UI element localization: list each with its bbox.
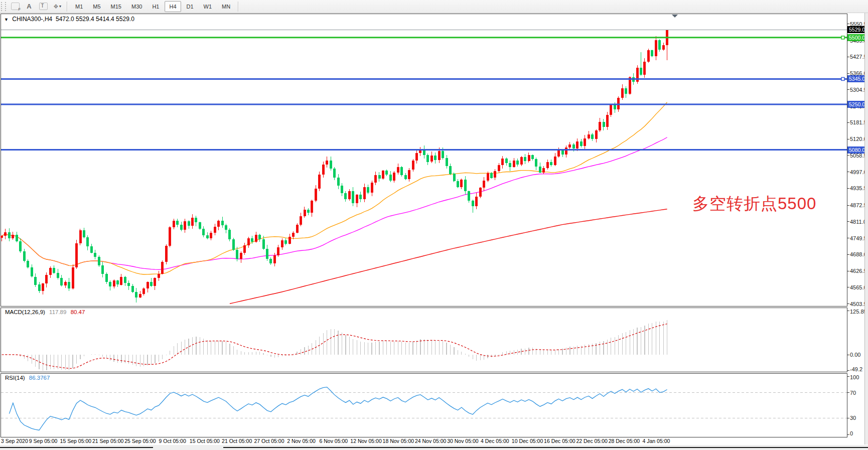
chart-canvas[interactable]: [0, 0, 868, 450]
date-axis-label: 24 Nov 05:00: [415, 438, 446, 444]
date-axis-label: 10 Dec 05:00: [512, 438, 543, 444]
date-axis-label: 15 Oct 05:00: [190, 438, 220, 444]
date-axis-label: 21 Oct 05:00: [222, 438, 252, 444]
rsi-tick-label: 30: [850, 415, 856, 421]
macd-tick-label: 0.00: [850, 352, 860, 358]
rsi-tick-label: 0: [850, 430, 853, 436]
macd-header: MACD(12,26,9) 117.89 80.47: [5, 309, 85, 315]
date-axis-label: 6 Nov 05:00: [320, 438, 348, 444]
bottom-scroll-strip[interactable]: [0, 445, 868, 450]
ohlc-close: 5529.0: [116, 16, 134, 23]
date-axis-label: 18 Nov 05:00: [383, 438, 414, 444]
ohlc-open: 5472.0: [56, 16, 74, 23]
date-axis-label: 2 Nov 05:00: [287, 438, 316, 444]
annotation-text[interactable]: 多空转折点5500: [692, 193, 816, 215]
date-axis-label: 12 Nov 05:00: [350, 438, 381, 444]
rsi-tick-label: 100: [850, 374, 859, 380]
date-axis-label: 3 Sep 2020: [1, 438, 28, 444]
mt4-window: F A T ❖ ▾ M1M5M15M30H1H4D1W1MN 5550.5548…: [0, 0, 868, 450]
ohlc-collapse-arrow[interactable]: ▼: [4, 17, 9, 22]
date-axis-label: 25 Sep 05:00: [124, 438, 156, 444]
date-axis-label: 9 Oct 05:00: [159, 438, 186, 444]
hline-price-badge: 5080.0: [847, 146, 864, 154]
macd-signal-value: 80.47: [71, 309, 85, 315]
symbol-timeframe: CHINA300-,H4: [12, 16, 52, 23]
ohlc-high: 5529.4: [76, 16, 94, 23]
rsi-tick-label: 70: [850, 390, 856, 396]
hline-price-badge: 5250.0: [847, 101, 864, 108]
date-axis-label: 15 Sep 05:00: [60, 438, 91, 444]
date-axis-label: 4 Jan 05:00: [643, 438, 670, 444]
price-tick-label: 4811.0: [850, 219, 866, 225]
rsi-header: RSI(14) 86.3767: [5, 375, 50, 381]
chart-title: ▼ CHINA300-,H4 5472.0 5529.4 5414.4 5529…: [4, 16, 134, 23]
current-price-badge: 5529.0: [847, 26, 864, 33]
hline-price-badge: 5345.0: [847, 75, 864, 82]
rsi-label: RSI(14): [5, 375, 25, 381]
date-axis-label: 28 Dec 05:00: [609, 438, 640, 444]
date-axis-label: 22 Dec 05:00: [576, 438, 607, 444]
macd-value: 117.89: [49, 309, 66, 315]
date-axis-label: 4 Dec 05:00: [481, 438, 509, 444]
macd-label: MACD(12,26,9): [5, 309, 45, 315]
date-axis-label: 16 Dec 05:00: [544, 438, 575, 444]
rsi-value: 86.3767: [29, 375, 50, 381]
hline-price-badge: 5500.0: [847, 34, 864, 41]
right-frame-strip: [864, 13, 868, 444]
date-axis-label: 30 Nov 05:00: [447, 438, 478, 444]
ohlc-low: 5414.4: [96, 16, 114, 23]
date-axis-label: 9 Sep 05:00: [29, 438, 58, 444]
date-axis-label: 21 Sep 05:00: [92, 438, 123, 444]
date-axis-label: 27 Oct 05:00: [254, 438, 284, 444]
macd-tick-label: -49.2: [850, 366, 862, 372]
